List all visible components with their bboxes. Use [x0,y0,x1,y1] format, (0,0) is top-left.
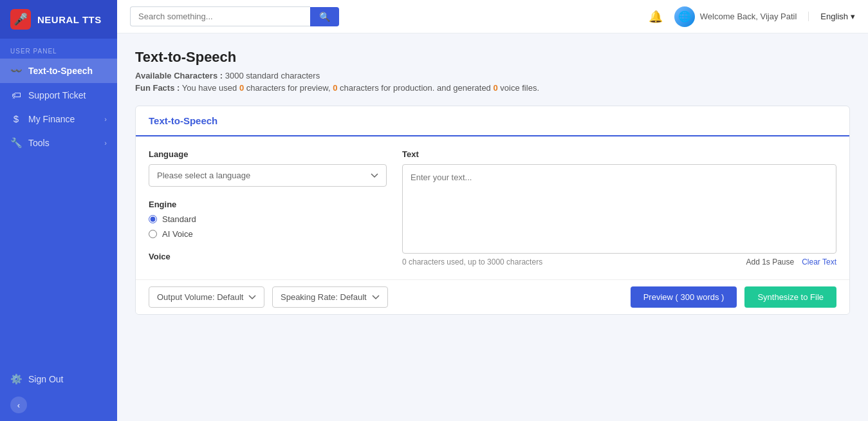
sidebar: 🎤 NEURAL TTS USER PANEL 〰️ Text-to-Speec… [0,0,117,421]
sidebar-item-label: Text-to-Speech [28,66,93,76]
sidebar-item-label: Support Ticket [28,90,86,100]
page-title: Text-to-Speech [135,49,850,66]
tts-card: Text-to-Speech Language Please select a … [135,106,850,315]
text-textarea[interactable] [402,164,836,254]
bell-icon[interactable]: 🔔 [649,10,663,24]
engine-standard-option[interactable]: Standard [149,214,387,224]
text-footer-right: Add 1s Pause Clear Text [746,257,836,267]
tts-icon: 〰️ [10,65,22,77]
voice-files-count: 0 [493,83,497,93]
sidebar-item-text-to-speech[interactable]: 〰️ Text-to-Speech [0,59,117,83]
sidebar-item-support-ticket[interactable]: 🏷 Support Ticket [0,83,117,107]
tts-left-panel: Language Please select a language Engine… [149,149,387,267]
search-button[interactable]: 🔍 [310,7,339,26]
preview-button[interactable]: Preview ( 300 words ) [631,286,737,308]
sidebar-item-my-finance[interactable]: $ My Finance › [0,107,117,131]
sidebar-logo[interactable]: 🎤 NEURAL TTS [0,0,117,39]
chars-production-count: 0 [333,83,337,93]
engine-options: Standard AI Voice [149,214,387,239]
tts-card-title: Text-to-Speech [136,106,849,136]
collapse-icon: ‹ [17,400,20,410]
tts-right-panel: Text 0 characters used, up to 3000 chara… [402,149,836,267]
search-input[interactable] [130,6,310,26]
engine-standard-label: Standard [162,214,196,224]
header: 🔍 🔔 🌐 Welcome Back, Vijay Patil English … [117,0,868,33]
sidebar-item-label: My Finance [28,114,75,124]
chars-used-label: 0 characters used, up to 3000 characters [402,257,542,267]
synthesize-button[interactable]: Synthesize to File [744,286,836,308]
main-area: 🔍 🔔 🌐 Welcome Back, Vijay Patil English … [117,0,868,421]
sidebar-item-label: Tools [28,138,50,148]
chevron-down-icon: ▾ [851,12,855,21]
fun-facts-text: You have used 0 characters for preview, … [182,83,539,93]
sidebar-item-sign-out[interactable]: ⚙️ Sign Out [0,367,117,391]
add-pause-button[interactable]: Add 1s Pause [746,257,794,267]
engine-ai-voice-label: AI Voice [162,229,193,239]
language-selector[interactable]: English ▾ [808,12,855,21]
language-label: Language [149,149,387,159]
tts-card-body: Language Please select a language Engine… [136,136,849,279]
app-name: NEURAL TTS [37,14,102,25]
chars-preview-count: 0 [239,83,244,93]
available-chars-line: Available Characters : 3000 standard cha… [135,71,850,80]
fun-facts-label: Fun Facts : [135,83,180,93]
bottom-bar: Output Volume: Default Speaking Rate: De… [136,279,849,314]
engine-section: Engine Standard AI Voice [149,200,387,239]
speaking-rate-select[interactable]: Speaking Rate: Default [272,286,388,308]
main-content: Text-to-Speech Available Characters : 30… [117,33,868,421]
engine-label: Engine [149,200,387,209]
chevron-right-icon: › [104,115,107,123]
sidebar-section-label: USER PANEL [0,39,117,59]
chevron-right-icon: › [104,139,107,147]
avatar-wrapper: 🌐 Welcome Back, Vijay Patil [674,6,797,27]
available-chars-label: Available Characters : [135,71,223,80]
finance-icon: $ [10,113,22,124]
text-label: Text [402,149,836,159]
language-label: English [820,12,848,21]
voice-label: Voice [149,252,387,261]
search-wrapper: 🔍 [130,6,339,26]
tools-icon: 🔧 [10,137,22,149]
text-footer: 0 characters used, up to 3000 characters… [402,257,836,267]
voice-section: Voice [149,252,387,261]
clear-text-button[interactable]: Clear Text [802,257,836,267]
available-chars-value: 3000 standard characters [225,71,320,80]
fun-facts-line: Fun Facts : You have used 0 characters f… [135,83,850,93]
ticket-icon: 🏷 [10,89,22,100]
logo-icon: 🎤 [10,9,31,30]
language-select[interactable]: Please select a language [149,164,387,187]
welcome-text: Welcome Back, Vijay Patil [700,12,797,21]
search-icon: 🔍 [319,12,330,22]
sidebar-item-tools[interactable]: 🔧 Tools › [0,131,117,155]
header-right: 🔔 🌐 Welcome Back, Vijay Patil English ▾ [649,6,855,27]
engine-ai-voice-radio[interactable] [149,230,157,238]
engine-ai-voice-option[interactable]: AI Voice [149,229,387,239]
sidebar-item-label: Sign Out [28,374,63,384]
output-volume-select[interactable]: Output Volume: Default [149,286,264,308]
signout-icon: ⚙️ [10,373,22,385]
sidebar-collapse-button[interactable]: ‹ [10,397,27,413]
avatar: 🌐 [674,6,695,27]
engine-standard-radio[interactable] [149,215,157,223]
